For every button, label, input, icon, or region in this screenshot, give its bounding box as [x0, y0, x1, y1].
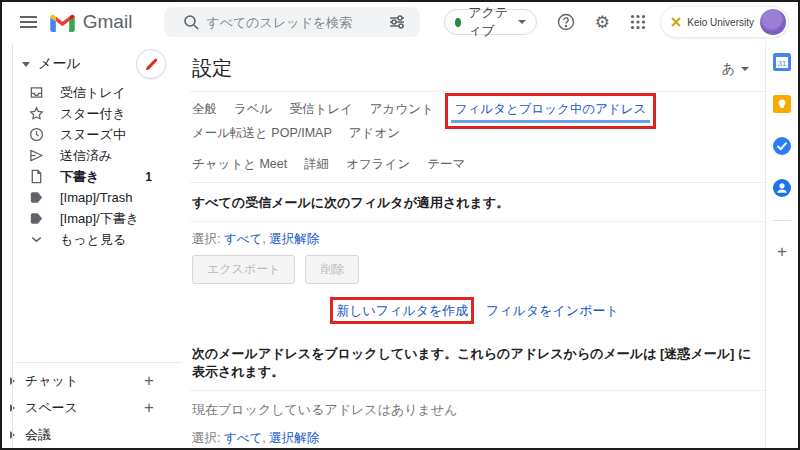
tasks-icon[interactable] [771, 136, 793, 156]
chevron-down-icon [518, 20, 526, 24]
tab-general[interactable]: 全般 [192, 99, 217, 121]
menu-icon[interactable] [16, 5, 41, 39]
sidebar-mail-section[interactable]: メール [2, 46, 182, 82]
sidebar-scrollbar[interactable] [12, 44, 13, 448]
sidebar-item-label: チャット [25, 372, 78, 390]
calendar-icon[interactable]: 31 [771, 52, 793, 72]
tab-themes[interactable]: テーマ [427, 154, 465, 176]
import-filter-link[interactable]: フィルタをインポート [486, 303, 619, 318]
inbox-icon [28, 85, 44, 101]
status-chip-label: アクティブ [468, 4, 511, 40]
comma: , [262, 431, 265, 445]
status-chip[interactable]: アクティブ [444, 9, 537, 35]
sidebar-item-spaces[interactable]: スペース+ [2, 394, 182, 421]
draft-icon [28, 169, 44, 185]
export-button[interactable]: エクスポート [192, 255, 295, 284]
sidebar-section-label: メール [38, 55, 81, 73]
sidebar-list: 受信トレイスター付きスヌーズ中送信済み下書き1[Imap]/Trash[Imap… [2, 82, 182, 250]
search-icon[interactable] [176, 7, 206, 37]
select-label: 選択: [192, 232, 220, 246]
sidebar-item-label: スヌーズ中 [60, 126, 126, 144]
keio-logo-icon [671, 17, 681, 27]
search-bar[interactable] [164, 7, 420, 37]
blocked-empty-text: 現在ブロックしているアドレスはありません [190, 391, 765, 421]
add-icon[interactable]: + [144, 371, 154, 391]
tabs-row-2: チャットと Meet詳細オフラインテーマ [192, 154, 765, 176]
sidebar: メール 受信トレイスター付きスヌーズ中送信済み下書き1[Imap]/Trash[… [2, 42, 182, 448]
search-input[interactable] [206, 15, 382, 30]
sidebar-item-label: もっと見る [60, 231, 126, 249]
sidebar-item-imap-trash[interactable]: [Imap]/Trash [2, 187, 182, 208]
tab-accounts[interactable]: アカウント [370, 99, 434, 121]
sidebar-item-snoozed[interactable]: スヌーズ中 [2, 124, 182, 145]
sidebar-item-label: 会議 [25, 426, 51, 444]
gmail-m-icon [49, 12, 76, 32]
tab-fwd-pop-imap[interactable]: メール転送と POP/IMAP [192, 123, 332, 145]
sidebar-item-inbox[interactable]: 受信トレイ [2, 82, 182, 103]
blocked-select-row: 選択: すべて, 選択解除 [190, 421, 765, 450]
label-icon [28, 190, 44, 206]
blocked-section: 次のメールアドレスをブロックしています。これらのアドレスからのメールは [迷惑メ… [190, 334, 765, 450]
account-badge[interactable]: Keio University [661, 7, 788, 37]
tab-addons[interactable]: アドオン [349, 123, 400, 145]
top-bar: Gmail アクティブ ⚙ [2, 2, 798, 42]
deselect-link[interactable]: 選択解除 [269, 232, 319, 246]
star-icon [28, 106, 44, 122]
tabs-row-1: 全般ラベル受信トレイアカウントフィルタとブロック中のアドレスメール転送と POP… [192, 99, 765, 145]
chevron-down-icon [28, 232, 44, 248]
avatar[interactable] [760, 9, 786, 35]
tab-advanced[interactable]: 詳細 [304, 154, 329, 176]
sidebar-item-label: スペース [25, 399, 78, 417]
filters-section-header: すべての受信メールに次のフィルタが適用されます。 [190, 183, 765, 222]
sidebar-item-starred[interactable]: スター付き [2, 103, 182, 124]
top-icons: ⚙ [551, 7, 653, 37]
account-org-label: Keio University [687, 17, 754, 28]
sidebar-item-label: 受信トレイ [60, 84, 126, 102]
sidebar-item-count: 1 [145, 170, 152, 184]
sidebar-item-more[interactable]: もっと見る [2, 229, 182, 250]
settings-tabs: 全般ラベル受信トレイアカウントフィルタとブロック中のアドレスメール転送と POP… [190, 92, 765, 182]
chevron-down-icon [22, 62, 30, 67]
svg-text:31: 31 [778, 59, 786, 68]
select-all-link[interactable]: すべて [224, 431, 262, 445]
create-filter-link[interactable]: 新しいフィルタを作成 [336, 303, 468, 318]
plus-icon[interactable]: + [777, 243, 787, 260]
keep-icon[interactable] [771, 94, 793, 114]
gmail-logo: Gmail [49, 11, 133, 33]
apps-grid-icon[interactable] [623, 7, 653, 37]
sidebar-item-imap-drafts[interactable]: [Imap]/下書き [2, 208, 182, 229]
tune-icon[interactable] [382, 7, 412, 37]
gmail-window: Gmail アクティブ ⚙ [0, 0, 800, 450]
tab-filters[interactable]: フィルタとブロック中のアドレス [451, 99, 651, 123]
rail-divider [773, 220, 791, 221]
sidebar-item-meet[interactable]: 会議 [2, 421, 182, 448]
comma: , [262, 232, 265, 246]
help-icon[interactable] [551, 7, 581, 37]
input-tools-button[interactable]: あ [722, 60, 749, 78]
filters-section: すべての受信メールに次のフィルタが適用されます。 選択: すべて, 選択解除 エ… [190, 183, 765, 334]
sidebar-item-label: 下書き [60, 168, 99, 186]
tab-offline[interactable]: オフライン [346, 154, 410, 176]
tab-inbox[interactable]: 受信トレイ [289, 99, 352, 121]
contacts-icon[interactable] [771, 178, 793, 198]
sidebar-item-chat[interactable]: チャット+ [2, 367, 182, 394]
select-label: 選択: [192, 431, 220, 445]
select-all-link[interactable]: すべて [224, 232, 262, 246]
compose-button[interactable] [136, 49, 166, 79]
gear-icon[interactable]: ⚙ [587, 7, 617, 37]
sidebar-item-sent[interactable]: 送信済み [2, 145, 182, 166]
tab-labels[interactable]: ラベル [234, 99, 272, 121]
chevron-down-icon [741, 67, 749, 71]
send-icon [28, 148, 44, 164]
sidebar-divider [14, 362, 182, 363]
active-status-dot [455, 18, 461, 27]
filters-buttons-row: エクスポート 削除 [190, 253, 765, 290]
deselect-link[interactable]: 選択解除 [269, 431, 319, 445]
sidebar-item-label: スター付き [60, 105, 126, 123]
add-icon[interactable]: + [144, 398, 154, 418]
delete-button[interactable]: 削除 [305, 255, 359, 284]
blocked-section-header: 次のメールアドレスをブロックしています。これらのアドレスからのメールは [迷惑メ… [190, 334, 765, 391]
tab-chat-meet[interactable]: チャットと Meet [192, 154, 287, 176]
side-panel-rail: 31 + [765, 42, 798, 448]
sidebar-item-drafts[interactable]: 下書き1 [2, 166, 182, 187]
